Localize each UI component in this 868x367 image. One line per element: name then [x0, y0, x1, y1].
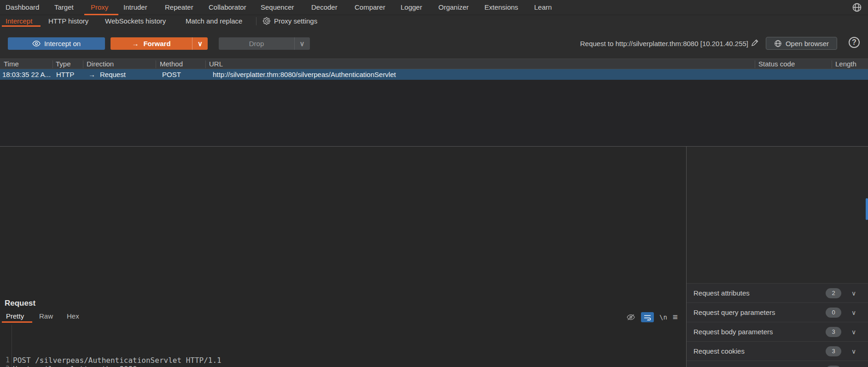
menu-item-decoder[interactable]: Decoder [311, 0, 338, 15]
column-header-length[interactable]: Length [835, 59, 856, 69]
inspector-section-request-query-parameters[interactable]: Request query parameters0∨ [687, 302, 868, 322]
column-header-type[interactable]: Type [56, 59, 71, 69]
request-line-2[interactable]: Host: silverplatter.thm:8080 [13, 365, 137, 367]
section-count-badge: 3 [826, 327, 841, 337]
cell-type: HTTP [56, 69, 74, 80]
menu-item-logger[interactable]: Logger [401, 0, 422, 15]
inspector-section-request-cookies[interactable]: Request cookies3∨ [687, 341, 868, 361]
history-table-empty-area [0, 80, 868, 146]
cell-direction: Request [100, 69, 126, 80]
open-browser-label: Open browser [786, 40, 829, 47]
request-line-1[interactable]: POST /silverpeas/AuthenticationServlet H… [13, 356, 221, 365]
subtab-websockets-history[interactable]: WebSockets history [105, 15, 166, 27]
cell-method: POST [162, 69, 181, 80]
column-header-method[interactable]: Method [160, 59, 183, 69]
section-expand-chevron[interactable]: ∨ [851, 348, 856, 355]
history-table-header: TimeTypeDirectionMethodURLStatus codeLen… [0, 59, 868, 69]
drop-button[interactable]: Drop ∨ [219, 37, 310, 50]
menu-item-comparer[interactable]: Comparer [355, 0, 385, 15]
browser-globe-icon [774, 40, 782, 47]
subtab-http-history[interactable]: HTTP history [48, 15, 88, 27]
forward-dropdown-chevron[interactable]: ∨ [192, 37, 208, 50]
request-code-area[interactable]: 1POST /silverpeas/AuthenticationServlet … [0, 325, 686, 367]
gear-icon [263, 17, 271, 25]
request-target-label: Request to http://silverplatter.thm:8080… [580, 37, 748, 50]
section-expand-chevron[interactable]: ∨ [851, 328, 856, 336]
column-header-status-code[interactable]: Status code [758, 59, 795, 69]
section-count-badge: 0 [826, 308, 841, 318]
forward-button[interactable]: → Forward ∨ [111, 37, 208, 50]
line-number: 1 [0, 356, 10, 365]
drop-label: Drop [219, 40, 294, 47]
editor-menu-icon[interactable]: ≡ [673, 312, 678, 322]
column-separator[interactable] [52, 60, 53, 68]
menu-item-proxy[interactable]: Proxy [91, 0, 108, 15]
section-label: Request query parameters [693, 303, 775, 322]
request-editor-panel: Request PrettyRawHex \n ≡ 1POST /silverp… [0, 147, 686, 367]
column-separator[interactable] [755, 60, 755, 68]
menu-item-learn[interactable]: Learn [534, 0, 552, 15]
request-panel-title: Request [5, 299, 35, 308]
subtab-divider [256, 17, 256, 25]
inspector-scrollbar-thumb[interactable] [866, 198, 868, 220]
section-count-badge: 3 [826, 346, 841, 356]
edit-target-pencil-icon[interactable] [751, 39, 759, 47]
help-icon[interactable]: ? [849, 37, 860, 48]
column-separator[interactable] [205, 60, 206, 68]
menu-item-sequencer[interactable]: Sequencer [261, 0, 294, 15]
menu-item-collaborator[interactable]: Collaborator [209, 0, 246, 15]
intercepted-request-row[interactable]: 18:03:35 22 A... HTTP → Request POST htt… [0, 69, 868, 80]
hide-comments-eye-slash-icon[interactable] [626, 314, 635, 321]
section-count-badge: 2 [826, 288, 841, 298]
intercept-eye-icon [32, 41, 41, 47]
menu-item-intruder[interactable]: Intruder [123, 0, 147, 15]
direction-arrow-icon: → [88, 69, 95, 80]
cell-time: 18:03:35 22 A... [2, 69, 51, 80]
menu-item-dashboard[interactable]: Dashboard [6, 0, 39, 15]
editor-tab-pretty[interactable]: Pretty [6, 311, 24, 321]
column-header-url[interactable]: URL [209, 59, 223, 69]
section-label: Request cookies [693, 342, 745, 361]
active-subtab-underline [2, 25, 41, 27]
open-browser-button[interactable]: Open browser [766, 37, 837, 50]
proxy-settings-label: Proxy settings [274, 17, 317, 25]
column-header-time[interactable]: Time [4, 59, 19, 69]
soft-wrap-toggle-button[interactable] [641, 312, 654, 322]
section-expand-chevron[interactable]: ∨ [851, 309, 856, 316]
intercept-toggle-button[interactable]: Intercept on [8, 37, 105, 50]
burp-suite-window: DashboardTargetProxyIntruderRepeaterColl… [0, 0, 868, 367]
column-separator[interactable] [83, 60, 83, 68]
inspector-section-partial[interactable] [687, 361, 868, 367]
cell-url: http://silverplatter.thm:8080/silverpeas… [213, 69, 396, 80]
forward-arrow-icon: → [132, 40, 139, 47]
editor-tab-raw[interactable]: Raw [39, 311, 53, 321]
menu-item-extensions[interactable]: Extensions [484, 0, 518, 15]
menu-item-repeater[interactable]: Repeater [165, 0, 193, 15]
editor-tab-hex[interactable]: Hex [67, 311, 79, 321]
community-globe-icon[interactable] [852, 2, 862, 12]
active-tab-underline [2, 321, 32, 323]
proxy-subtabs: Proxy settings InterceptHTTP historyWebS… [0, 15, 868, 27]
section-label: Request body parameters [693, 322, 773, 342]
menu-item-target[interactable]: Target [54, 0, 74, 15]
subtab-match-and-replace[interactable]: Match and replace [186, 15, 242, 27]
inspector-section-request-attributes[interactable]: Request attributes2∨ [687, 283, 868, 302]
show-newlines-toggle[interactable]: \n [659, 314, 667, 321]
inspector-section-request-body-parameters[interactable]: Request body parameters3∨ [687, 322, 868, 341]
section-expand-chevron[interactable]: ∨ [851, 290, 856, 297]
column-separator[interactable] [156, 60, 156, 68]
section-label: Request attributes [693, 284, 750, 303]
column-separator[interactable] [832, 60, 832, 68]
gutter-divider [12, 325, 12, 367]
column-header-direction[interactable]: Direction [87, 59, 114, 69]
drop-dropdown-chevron[interactable]: ∨ [294, 37, 310, 50]
inspector-panel: Inspector Selection 10 (0xa) ∧ Selected … [687, 147, 868, 367]
menu-item-organizer[interactable]: Organizer [438, 0, 469, 15]
top-menu-bar: DashboardTargetProxyIntruderRepeaterColl… [0, 0, 868, 15]
forward-label: Forward [143, 40, 170, 47]
proxy-settings-button[interactable]: Proxy settings [263, 15, 317, 27]
intercept-toggle-label: Intercept on [44, 40, 81, 47]
line-number: 2 [0, 365, 10, 367]
